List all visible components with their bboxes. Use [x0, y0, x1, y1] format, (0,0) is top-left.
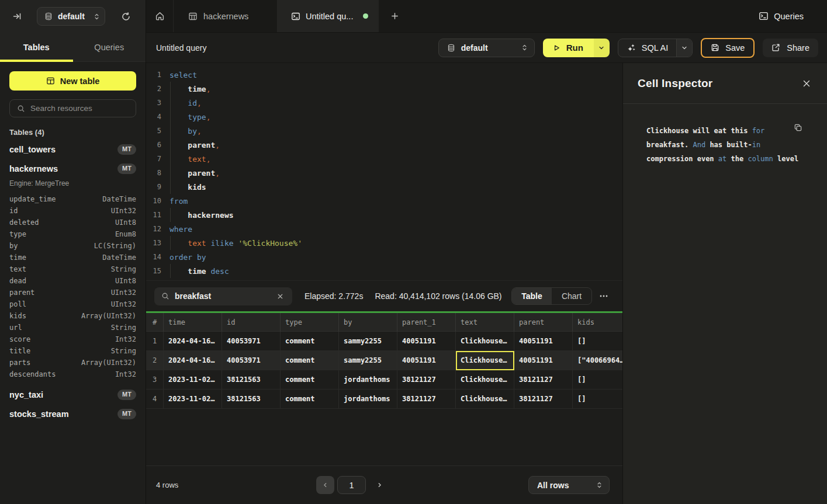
grid-cell[interactable]: 38121563 — [222, 390, 281, 409]
table-column-row[interactable]: timeDateTime — [9, 252, 136, 263]
query-database-selector[interactable]: default — [438, 39, 535, 57]
sql-ai-options-button[interactable] — [676, 39, 692, 57]
grid-cell[interactable]: 38121127 — [397, 390, 456, 409]
clear-search-button[interactable] — [275, 291, 285, 301]
results-search-input[interactable] — [175, 291, 270, 301]
close-inspector-button[interactable] — [801, 78, 812, 89]
view-toggle-table[interactable]: Table — [512, 288, 552, 304]
grid-cell[interactable]: 40053971 — [222, 332, 281, 351]
grid-cell[interactable]: Clickhouse… — [456, 351, 514, 370]
previous-page-button[interactable] — [316, 476, 334, 494]
table-column-row[interactable]: parentUInt32 — [9, 287, 136, 298]
grid-cell[interactable]: 38121127 — [397, 370, 456, 390]
sidebar-tab-tables[interactable]: Tables — [0, 33, 73, 61]
grid-cell[interactable]: comment — [281, 351, 339, 370]
page-number-input[interactable]: 1 — [337, 476, 366, 494]
refresh-button[interactable] — [119, 9, 133, 24]
table-column-row[interactable]: partsArray(UInt32) — [9, 357, 136, 369]
grid-cell[interactable]: jordanthoms — [339, 370, 397, 390]
next-page-button[interactable] — [373, 479, 386, 491]
save-button[interactable]: Save — [701, 38, 755, 58]
new-table-button[interactable]: New table — [9, 71, 136, 91]
run-button[interactable]: Run — [543, 39, 594, 57]
database-selector[interactable]: default — [37, 7, 105, 26]
grid-header-cell[interactable]: kids — [573, 313, 622, 332]
grid-cell[interactable]: 4 — [146, 390, 164, 409]
grid-header-cell[interactable]: type — [281, 313, 339, 332]
grid-cell[interactable]: [] — [573, 370, 622, 390]
grid-cell[interactable]: 2024-04-16… — [164, 332, 222, 351]
sql-editor[interactable]: 1select2 time,3 id,4 type,5 by,6 parent,… — [146, 63, 622, 281]
grid-header-cell[interactable]: by — [339, 313, 397, 332]
grid-cell[interactable]: 40051191 — [397, 332, 456, 351]
grid-header-cell[interactable]: id — [222, 313, 281, 332]
grid-cell[interactable]: comment — [281, 390, 339, 409]
tab-home[interactable] — [146, 0, 174, 32]
grid-cell[interactable]: jordanthoms — [339, 390, 397, 409]
grid-cell[interactable]: Clickhouse… — [456, 332, 514, 351]
grid-cell[interactable]: 38121563 — [222, 370, 281, 390]
table-column-row[interactable]: typeEnum8 — [9, 228, 136, 240]
sql-ai-button[interactable]: SQL AI — [618, 39, 676, 57]
table-list-item[interactable]: stocks_streamMT — [9, 404, 136, 423]
tab-hackernews[interactable]: hackernews — [174, 0, 278, 32]
grid-header-cell[interactable]: parent_1 — [397, 313, 456, 332]
table-column-row[interactable]: deletedUInt8 — [9, 217, 136, 228]
view-toggle-chart[interactable]: Chart — [552, 288, 591, 304]
table-column-row[interactable]: descendantsInt32 — [9, 369, 136, 380]
code-text: from — [169, 197, 188, 206]
grid-cell[interactable]: 38121127 — [514, 390, 573, 409]
table-column-row[interactable]: kidsArray(UInt32) — [9, 310, 136, 322]
grid-header-cell[interactable]: # — [146, 313, 164, 332]
queries-button[interactable]: Queries — [752, 0, 827, 32]
grid-header-cell[interactable]: parent — [514, 313, 573, 332]
grid-cell[interactable]: 1 — [146, 332, 164, 351]
grid-cell[interactable]: comment — [281, 370, 339, 390]
table-column-row[interactable]: textString — [9, 263, 136, 275]
grid-cell[interactable]: 2 — [146, 351, 164, 370]
grid-cell[interactable]: [] — [573, 332, 622, 351]
table-list-item[interactable]: nyc_taxiMT — [9, 385, 136, 404]
share-button[interactable]: Share — [763, 39, 818, 57]
grid-cell[interactable]: 40053971 — [222, 351, 281, 370]
search-icon — [17, 105, 25, 113]
grid-header-cell[interactable]: text — [456, 313, 514, 332]
grid-cell[interactable]: 38121127 — [514, 370, 573, 390]
grid-cell[interactable]: 3 — [146, 370, 164, 390]
table-list-item[interactable]: hackernewsMT — [9, 159, 136, 178]
grid-cell[interactable]: [] — [573, 390, 622, 409]
table-column-row[interactable]: urlString — [9, 322, 136, 333]
tab-untitled-query[interactable]: Untitled qu... — [278, 0, 379, 32]
table-column-row[interactable]: pollUInt32 — [9, 298, 136, 310]
grid-cell[interactable]: comment — [281, 332, 339, 351]
grid-cell[interactable]: 40051191 — [514, 351, 573, 370]
line-number: 3 — [146, 99, 161, 107]
new-tab-button[interactable] — [379, 0, 410, 32]
run-options-button[interactable] — [594, 39, 610, 57]
sidebar-tab-queries[interactable]: Queries — [73, 33, 146, 61]
search-resources-input[interactable] — [30, 104, 130, 113]
more-options-button[interactable] — [598, 290, 610, 302]
grid-header-cell[interactable]: time — [164, 313, 222, 332]
grid-cell[interactable]: ["40066964… — [573, 351, 622, 370]
grid-cell[interactable]: Clickhouse… — [456, 390, 514, 409]
grid-cell[interactable]: 2023-11-02… — [164, 390, 222, 409]
grid-cell[interactable]: sammy2255 — [339, 351, 397, 370]
table-column-row[interactable]: update_timeDateTime — [9, 193, 136, 205]
grid-cell[interactable]: 40051191 — [397, 351, 456, 370]
sidebar-tab-queries-label: Queries — [94, 43, 124, 52]
table-column-row[interactable]: scoreInt32 — [9, 333, 136, 345]
table-column-row[interactable]: titleString — [9, 345, 136, 357]
copy-cell-button[interactable] — [793, 122, 804, 133]
grid-cell[interactable]: Clickhouse… — [456, 370, 514, 390]
table-column-row[interactable]: idUInt32 — [9, 205, 136, 217]
table-column-row[interactable]: deadUInt8 — [9, 275, 136, 287]
grid-cell[interactable]: 40051191 — [514, 332, 573, 351]
table-list-item[interactable]: cell_towersMT — [9, 140, 136, 159]
grid-cell[interactable]: 2024-04-16… — [164, 351, 222, 370]
grid-cell[interactable]: 2023-11-02… — [164, 370, 222, 390]
collapse-sidebar-button[interactable] — [10, 9, 24, 23]
table-column-row[interactable]: byLC(String) — [9, 240, 136, 252]
page-size-selector[interactable]: All rows — [528, 476, 610, 494]
grid-cell[interactable]: sammy2255 — [339, 332, 397, 351]
